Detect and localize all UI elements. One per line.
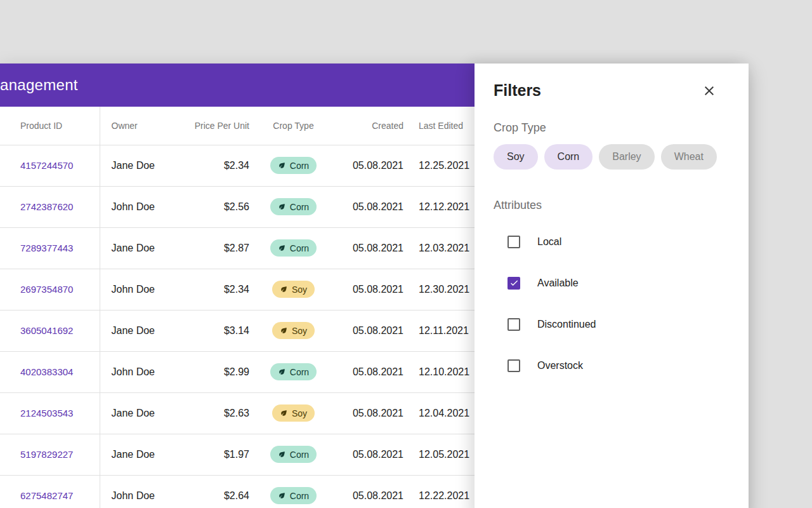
crop-type-cell: Corn bbox=[251, 145, 336, 186]
product-id-link[interactable]: 2697354870 bbox=[20, 284, 73, 295]
crop-type-cell: Soy bbox=[251, 269, 336, 310]
created-cell: 05.08.2021 bbox=[336, 392, 404, 434]
owner-cell: John Doe bbox=[100, 269, 178, 310]
owner-cell: Jane Doe bbox=[100, 434, 178, 475]
checkbox-label: Overstock bbox=[537, 360, 583, 371]
leaf-icon bbox=[278, 491, 286, 500]
product-id-cell: 7289377443 bbox=[0, 227, 100, 269]
crop-type-cell: Soy bbox=[251, 310, 336, 351]
crop-type-cell: Corn bbox=[251, 475, 336, 508]
checkbox-label: Local bbox=[537, 236, 561, 248]
crop-filter-chip-soy[interactable]: Soy bbox=[494, 144, 538, 170]
crop-type-cell: Soy bbox=[251, 392, 336, 434]
checkbox-available[interactable] bbox=[508, 277, 520, 290]
product-id-cell: 6275482747 bbox=[0, 475, 100, 508]
crop-chip: Soy bbox=[272, 404, 315, 422]
checkbox-label: Discontinued bbox=[537, 319, 596, 330]
price-cell: $2.64 bbox=[178, 475, 251, 508]
product-id-cell: 4020383304 bbox=[0, 351, 100, 392]
created-cell: 05.08.2021 bbox=[336, 269, 404, 310]
crop-chip-label: Corn bbox=[290, 367, 309, 377]
price-cell: $2.63 bbox=[178, 392, 251, 434]
owner-cell: John Doe bbox=[100, 475, 178, 508]
created-cell: 05.08.2021 bbox=[336, 434, 404, 475]
column-header-product-id: Product ID bbox=[0, 107, 100, 145]
checkbox-local[interactable] bbox=[508, 236, 520, 248]
created-cell: 05.08.2021 bbox=[336, 145, 404, 186]
price-cell: $3.14 bbox=[178, 310, 251, 351]
filters-title: Filters bbox=[494, 81, 541, 100]
leaf-icon bbox=[280, 409, 288, 417]
product-id-cell: 2697354870 bbox=[0, 269, 100, 310]
checkbox-overstock[interactable] bbox=[508, 359, 520, 372]
filters-panel: Filters Crop Type SoyCornBarleyWheat Att… bbox=[475, 64, 749, 508]
product-id-link[interactable]: 2124503543 bbox=[20, 408, 73, 418]
leaf-icon bbox=[278, 368, 286, 376]
crop-chip: Soy bbox=[272, 281, 315, 298]
crop-chip-label: Corn bbox=[290, 243, 309, 253]
filters-panel-header: Filters bbox=[475, 64, 749, 100]
column-header-crop-type: Crop Type bbox=[251, 107, 336, 145]
crop-type-cell: Corn bbox=[251, 434, 336, 475]
owner-cell: Jane Doe bbox=[100, 145, 178, 186]
price-cell: $2.87 bbox=[178, 227, 251, 269]
product-id-link[interactable]: 3605041692 bbox=[20, 325, 73, 336]
owner-cell: John Doe bbox=[100, 351, 178, 392]
crop-filter-chip-wheat[interactable]: Wheat bbox=[661, 144, 717, 170]
attribute-row-local: Local bbox=[475, 221, 749, 262]
price-cell: $2.99 bbox=[178, 351, 251, 392]
crop-chip-label: Soy bbox=[292, 284, 307, 295]
product-id-link[interactable]: 4020383304 bbox=[20, 366, 73, 377]
crop-type-cell: Corn bbox=[251, 186, 336, 227]
crop-chip: Corn bbox=[270, 363, 317, 380]
attributes-label: Attributes bbox=[494, 199, 749, 212]
leaf-icon bbox=[280, 285, 288, 293]
crop-chip: Corn bbox=[270, 487, 317, 504]
created-cell: 05.08.2021 bbox=[336, 186, 404, 227]
crop-chip-label: Corn bbox=[290, 491, 309, 501]
product-id-link[interactable]: 6275482747 bbox=[20, 490, 73, 501]
created-cell: 05.08.2021 bbox=[336, 310, 404, 351]
leaf-icon bbox=[280, 326, 288, 335]
crop-chip: Corn bbox=[270, 198, 317, 215]
created-cell: 05.08.2021 bbox=[336, 227, 404, 269]
crop-chip-label: Soy bbox=[292, 408, 307, 418]
column-header-created: Created bbox=[336, 107, 404, 145]
crop-chip-label: Corn bbox=[290, 450, 309, 460]
leaf-icon bbox=[278, 450, 286, 458]
crop-filter-chip-corn[interactable]: Corn bbox=[544, 144, 593, 170]
product-id-cell: 5197829227 bbox=[0, 434, 100, 475]
product-id-link[interactable]: 5197829227 bbox=[20, 449, 73, 460]
attributes-checkbox-group: LocalAvailableDiscontinuedOverstock bbox=[475, 221, 749, 386]
crop-type-chip-group: SoyCornBarleyWheat bbox=[494, 144, 749, 170]
leaf-icon bbox=[278, 161, 286, 170]
column-header-owner: Owner bbox=[100, 107, 178, 145]
created-cell: 05.08.2021 bbox=[336, 351, 404, 392]
page-title: anagement bbox=[0, 76, 78, 94]
crop-type-cell: Corn bbox=[251, 227, 336, 269]
product-id-cell: 3605041692 bbox=[0, 310, 100, 351]
owner-cell: John Doe bbox=[100, 186, 178, 227]
product-id-link[interactable]: 2742387620 bbox=[20, 201, 73, 212]
product-id-link[interactable]: 7289377443 bbox=[20, 243, 73, 253]
product-id-link[interactable]: 4157244570 bbox=[20, 160, 73, 171]
attribute-row-overstock: Overstock bbox=[475, 345, 749, 386]
crop-filter-chip-barley[interactable]: Barley bbox=[599, 144, 654, 170]
crop-chip: Corn bbox=[270, 157, 317, 174]
price-cell: $1.97 bbox=[178, 434, 251, 475]
crop-chip: Corn bbox=[270, 446, 317, 463]
column-header-price-per-unit: Price Per Unit bbox=[178, 107, 251, 145]
price-cell: $2.56 bbox=[178, 186, 251, 227]
crop-type-label: Crop Type bbox=[494, 121, 749, 135]
crop-chip-label: Corn bbox=[290, 161, 309, 171]
crop-chip: Soy bbox=[272, 322, 315, 339]
product-id-cell: 2124503543 bbox=[0, 392, 100, 434]
created-cell: 05.08.2021 bbox=[336, 475, 404, 508]
crop-chip: Corn bbox=[270, 239, 317, 257]
checkbox-label: Available bbox=[537, 277, 579, 289]
leaf-icon bbox=[278, 244, 286, 252]
attribute-row-discontinued: Discontinued bbox=[475, 304, 749, 345]
checkbox-discontinued[interactable] bbox=[508, 318, 520, 331]
close-icon[interactable] bbox=[702, 83, 717, 98]
owner-cell: Jane Doe bbox=[100, 310, 178, 351]
